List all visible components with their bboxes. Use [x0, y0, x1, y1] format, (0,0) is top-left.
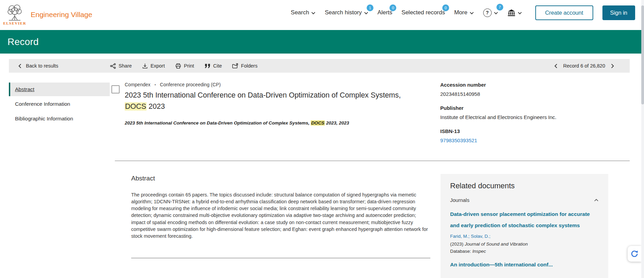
elsevier-logo: ELSEVIER [5, 4, 25, 25]
export-icon [142, 63, 148, 69]
publisher-block: Publisher Institute of Electrical and El… [440, 105, 594, 120]
help-badge: 7 [496, 4, 503, 11]
create-account-button[interactable]: Create account [535, 5, 593, 20]
export-label: Export [151, 63, 165, 69]
chevron-left-icon [554, 63, 557, 69]
related-document-link[interactable]: Data-driven sensor placement optimizatio… [450, 208, 599, 231]
source-tail: 2023, 2023 [325, 120, 349, 126]
chevron-down-icon [364, 12, 368, 15]
nav-help[interactable]: ? 7 [483, 9, 498, 17]
related-document-link-partial[interactable]: An introduction—5th international conf..… [450, 259, 599, 270]
elsevier-tree-icon [7, 4, 22, 22]
record-pagination: Record 6 of 26,820 [554, 63, 614, 69]
chevron-down-icon [470, 12, 474, 15]
institution-icon [507, 9, 516, 16]
publisher-value: Institute of Electrical and Electronics … [440, 114, 594, 120]
sidebar-item-bibliographic-information[interactable]: Bibliographic Information [9, 112, 110, 126]
abstract-heading: Abstract [131, 175, 430, 182]
chevron-down-icon [518, 12, 522, 15]
next-record-button[interactable] [611, 63, 614, 69]
toolbar-actions: Share Export Print Cite [110, 63, 258, 69]
sign-in-button[interactable]: Sign in [602, 5, 635, 20]
folders-icon [232, 63, 238, 69]
journals-group-label: Journals [450, 197, 470, 203]
chevron-left-icon [18, 63, 21, 69]
section-sidebar: Abstract Conference Information Bibliogr… [9, 83, 110, 126]
nav-search-history-label: Search history [325, 9, 362, 16]
nav-more-label: More [454, 9, 467, 16]
related-documents-heading: Related documents [450, 181, 599, 190]
record-toolbar: Back to results Share Export Prin [9, 59, 630, 73]
record-meta-line: Compendex • Conference proceeding (CP) [125, 82, 442, 87]
separator-dot: • [155, 83, 156, 87]
main-nav: Search Search history 1 Alerts 0 Selecte… [291, 5, 635, 20]
nav-search[interactable]: Search [291, 9, 316, 16]
section-divider [115, 161, 630, 161]
cite-icon [204, 64, 211, 68]
page-title: Record [7, 36, 39, 47]
source-text: 2023 5th International Conference on Dat… [125, 120, 311, 126]
title-highlight: DOCS [125, 102, 147, 111]
nav-selected-records-label: Selected records [401, 9, 445, 16]
related-document-database: Database: Inspec [450, 248, 599, 255]
database-label[interactable]: Compendex [125, 82, 151, 87]
back-to-results-button[interactable]: Back to results [18, 63, 58, 69]
cite-label: Cite [213, 63, 222, 69]
record-select-checkbox[interactable] [111, 85, 120, 93]
accession-number-value: 20234815140958 [440, 91, 594, 97]
share-icon [110, 63, 116, 69]
feedback-widget-button[interactable] [628, 246, 641, 262]
source-highlight: DOCS [311, 120, 325, 126]
chevron-up-icon [594, 199, 599, 202]
abstract-text: The proceedings contain 65 papers. The t… [131, 191, 430, 239]
print-label: Print [184, 63, 194, 69]
selected-records-badge: 0 [442, 4, 449, 11]
record-meta-column: Accession number 20234815140958 Publishe… [440, 82, 594, 151]
nav-search-history[interactable]: Search history 1 [325, 9, 368, 16]
print-button[interactable]: Print [175, 63, 194, 69]
brand[interactable]: ELSEVIER Engineering Village [5, 1, 92, 28]
chevron-down-icon [311, 12, 316, 15]
export-button[interactable]: Export [142, 63, 165, 69]
sidebar-item-abstract[interactable]: Abstract [9, 83, 110, 96]
nav-selected-records[interactable]: Selected records 0 [401, 9, 445, 16]
chevron-right-icon [611, 63, 614, 69]
related-document-publication: (2023) Journal of Sound and Vibration [450, 241, 599, 248]
cite-button[interactable]: Cite [204, 63, 222, 69]
record-title-text: 2023 5th International Conference on Dat… [125, 91, 401, 99]
record-page: ELSEVIER Engineering Village Search Sear… [0, 0, 644, 278]
previous-record-button[interactable] [554, 63, 557, 69]
folders-label: Folders [241, 63, 257, 69]
abstract-section: Abstract The proceedings contain 65 pape… [131, 175, 430, 258]
record-pagination-label: Record 6 of 26,820 [563, 63, 605, 69]
abstract-divider [131, 258, 430, 258]
folders-button[interactable]: Folders [232, 63, 257, 69]
nav-search-label: Search [291, 9, 309, 16]
share-button[interactable]: Share [110, 63, 132, 69]
print-icon [175, 63, 181, 69]
record-head: Compendex • Conference proceeding (CP) 2… [125, 82, 442, 126]
accession-number-label: Accession number [440, 82, 594, 88]
related-document-authors[interactable]: Farid, M.; Solav, D.; [450, 234, 599, 239]
collapse-journals-button[interactable] [594, 199, 599, 202]
header: ELSEVIER Engineering Village Search Sear… [0, 0, 644, 30]
help-icon: ? [483, 9, 492, 17]
isbn-block: ISBN-13 9798350393521 [440, 128, 594, 143]
nav-alerts-label: Alerts [378, 9, 392, 16]
related-documents-panel: Related documents Journals Data-driven s… [441, 174, 608, 278]
sidebar-item-conference-information[interactable]: Conference Information [9, 97, 110, 111]
nav-institution[interactable] [507, 9, 522, 16]
refresh-arrows-icon [630, 250, 639, 258]
scrollbar-thumb[interactable] [641, 5, 644, 104]
nav-alerts[interactable]: Alerts 0 [378, 9, 392, 16]
nav-more[interactable]: More [454, 9, 474, 16]
related-document-year: (2023) [450, 242, 463, 247]
publisher-label: Publisher [440, 105, 594, 111]
product-name: Engineering Village [31, 11, 92, 19]
record-title: 2023 5th International Conference on Dat… [125, 90, 425, 113]
database-field-label: Database: [450, 249, 471, 254]
alerts-badge: 0 [389, 4, 396, 11]
isbn-link[interactable]: 9798350393521 [440, 137, 594, 143]
back-to-results-label: Back to results [26, 63, 58, 69]
related-journals-group: Journals [450, 197, 599, 203]
